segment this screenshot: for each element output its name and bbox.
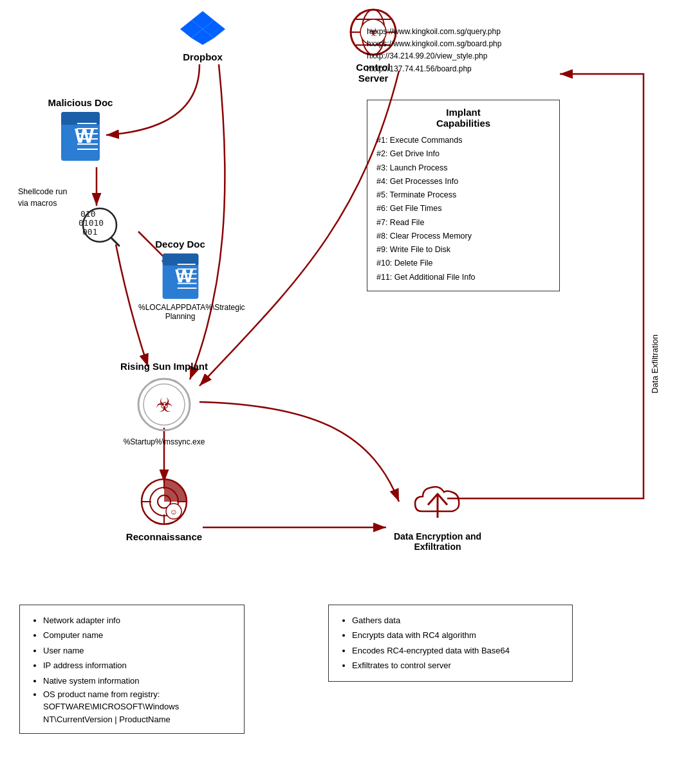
url-4: hxxp://137.74.41.56/board.php (367, 63, 501, 75)
svg-text:☣: ☣ (156, 394, 173, 415)
data-enc-node: Data Encryption andExfiltration (373, 476, 502, 552)
url-2: hxxps://www.kingkoil.com.sg/board.php (367, 38, 501, 50)
capabilities-box: ImplantCapabilities #1: Execute Commands… (367, 100, 560, 291)
decoy-doc-label: Decoy Doc (138, 239, 222, 250)
cap-5: #5: Terminate Process (376, 188, 550, 202)
rising-sun-label: Rising Sun Implant (106, 361, 222, 372)
recon-item-3: User name (43, 643, 234, 658)
recon-info-box: Network adapter info Computer name User … (19, 605, 245, 734)
cap-10: #10: Delete File (376, 257, 550, 270)
svg-line-25 (111, 238, 119, 246)
recon-icon: ☺ (138, 476, 190, 527)
exfil-item-3: Encodes RC4-encrypted data with Base64 (352, 643, 562, 658)
cap-1: #1: Execute Commands (376, 134, 550, 147)
malicious-doc-label: Malicious Doc (39, 97, 122, 108)
url-3: hxxp://34.214.99.20/view_style.php (367, 50, 501, 62)
exfil-item-1: Gathers data (352, 613, 562, 628)
capabilities-list: #1: Execute Commands #2: Get Drive Info … (376, 134, 550, 284)
recon-item-2: Computer name (43, 628, 234, 643)
exfil-item-4: Exfiltrates to control server (352, 658, 562, 673)
url-1: hxxps://www.kingkoil.com.sg/query.php (367, 26, 501, 38)
cap-11: #11: Get Additional File Info (376, 271, 550, 284)
recon-label: Reconnaissance (103, 531, 225, 542)
decoy-doc-path: %LOCALAPPDATA%\Strategic Planning (138, 303, 222, 321)
malicious-doc-icon: W (58, 111, 103, 162)
recon-item-6: OS product name from registry: SOFTWARE\… (43, 688, 234, 726)
control-server-urls: hxxps://www.kingkoil.com.sg/query.php hx… (367, 26, 501, 75)
svg-text:☺: ☺ (170, 507, 178, 516)
shellcode-icon: 010 01010 001 (77, 203, 122, 250)
data-exfil-vertical-label: Data Exfiltration (650, 334, 660, 394)
recon-item-1: Network adapter info (43, 613, 234, 628)
shellcode-label: Shellcode runvia macros (18, 187, 67, 209)
rising-sun-icon: ☣ (135, 376, 193, 433)
exfil-item-2: Encrypts data with RC4 algorithm (352, 628, 562, 643)
cap-7: #7: Read File (376, 216, 550, 230)
decoy-doc-icon: W (160, 252, 201, 300)
exfil-list: Gathers data Encrypts data with RC4 algo… (339, 613, 562, 673)
rising-sun-node: Rising Sun Implant ☣ %Startup%\mssync.ex… (106, 357, 222, 446)
cap-4: #4: Get Processes Info (376, 175, 550, 188)
dropbox-label: Dropbox (167, 51, 238, 62)
recon-item-5: Native system information (43, 673, 234, 688)
rising-sun-path: %Startup%\mssync.exe (106, 437, 222, 446)
cap-9: #9: Write File to Disk (376, 243, 550, 257)
recon-item-4: IP address information (43, 658, 234, 673)
decoy-doc-node: Decoy Doc W %LOCALAPPDATA%\Strategic Pla… (138, 235, 222, 321)
cap-2: #2: Get Drive Info (376, 147, 550, 161)
cap-3: #3: Launch Process (376, 161, 550, 175)
capabilities-title: ImplantCapabilities (376, 107, 550, 129)
recon-node: ☺ Reconnaissance (103, 476, 225, 542)
diagram: Dropbox ☣ Control Server hxxps://www.kin… (0, 0, 695, 784)
dropbox-node: Dropbox (167, 6, 238, 62)
cap-8: #8: Clear Process Memory (376, 230, 550, 243)
recon-list: Network adapter info Computer name User … (30, 613, 234, 725)
malicious-doc-node: Malicious Doc W (39, 93, 122, 165)
exfil-info-box: Gathers data Encrypts data with RC4 algo… (328, 605, 573, 682)
data-enc-icon (409, 476, 467, 527)
data-enc-label: Data Encryption andExfiltration (373, 531, 502, 552)
cap-6: #6: Get File Times (376, 202, 550, 215)
dropbox-icon (180, 6, 225, 45)
